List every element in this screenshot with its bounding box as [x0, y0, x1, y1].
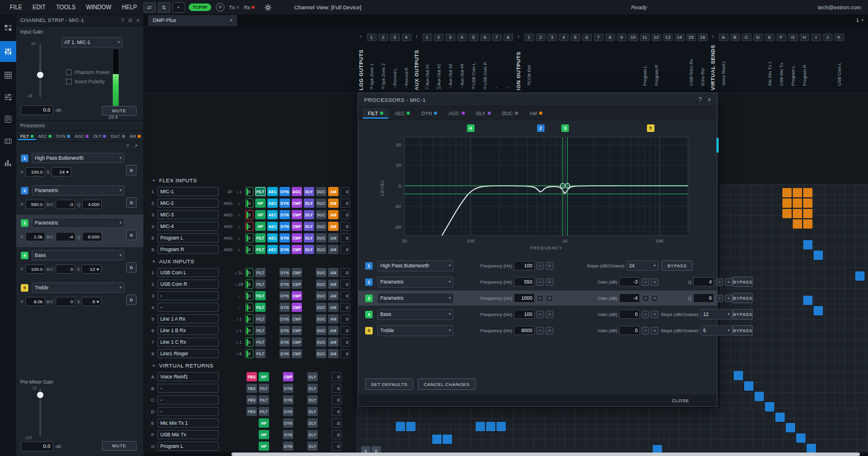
value-field[interactable]: 100: [514, 310, 535, 319]
processor-chip-am[interactable]: AM: [328, 222, 339, 231]
input-row[interactable]: B-FBSFILTDYNDLY0: [146, 383, 356, 394]
processor-chip-filt[interactable]: FILT: [259, 395, 269, 404]
eq-band-marker-4[interactable]: 4: [467, 124, 475, 132]
crosspoint-gain-value[interactable]: 0: [332, 395, 341, 404]
input-row[interactable]: 6Program RANG♪ 0FILTAECDYNCMPDLYDUCAM0: [146, 244, 356, 255]
processor-chip-duc[interactable]: DUC: [316, 314, 326, 323]
input-row[interactable]: 5Program LANG♪ 0FILTAECDYNCMPDLYDUCAM0: [146, 233, 356, 243]
crosspoint-gain-value[interactable]: 0: [332, 442, 341, 451]
channel-view-label[interactable]: Channel View: [Full Device]: [294, 4, 361, 10]
processor-chip-am[interactable]: AM: [328, 291, 339, 300]
crosspoint-gain-value[interactable]: 0: [340, 245, 350, 254]
output-column-button[interactable]: 4: [402, 34, 411, 41]
crosspoint-cell[interactable]: [793, 188, 802, 197]
processor-chip-dyn[interactable]: DYN: [283, 430, 293, 439]
filter-card[interactable]: 3Parametric▾F1.0kB/C-4Q6.000B: [16, 215, 144, 247]
processor-chip-filt[interactable]: FILT: [255, 291, 266, 300]
processor-chip-hp[interactable]: HP: [255, 222, 266, 231]
processor-chip-dyn[interactable]: DYN: [279, 326, 290, 335]
eq-band-marker-2[interactable]: 2: [537, 124, 545, 132]
crosspoint-cell[interactable]: [782, 198, 792, 208]
tab-aec[interactable]: AEC: [36, 133, 54, 140]
processor-chip-hp[interactable]: HP: [259, 430, 269, 439]
processor-filter-row[interactable]: 2Parametric▾Frequency (Hz)550−+Gain (dB)…: [358, 274, 717, 289]
processor-chip-am[interactable]: AM: [328, 314, 339, 323]
processor-chip-agc[interactable]: AGC: [292, 187, 302, 196]
filter-card[interactable]: 4Bass▾F100.0B/C0S12▾B: [16, 247, 144, 280]
processor-chip-duc[interactable]: DUC: [316, 233, 326, 242]
user-account[interactable]: tech@extron.com: [818, 4, 861, 10]
bypass-button[interactable]: BYPASS: [733, 277, 753, 287]
menu-tools[interactable]: TOOLS: [51, 2, 81, 12]
field-value[interactable]: 1.0k: [25, 232, 45, 241]
field-value[interactable]: 0: [56, 264, 75, 274]
processor-chip-filt[interactable]: FILT: [255, 187, 266, 196]
increment-button[interactable]: +: [651, 327, 659, 334]
input-gain-fader-track[interactable]: [39, 44, 41, 97]
processor-chip-aec[interactable]: AEC: [267, 210, 278, 219]
processor-chip-dly[interactable]: DLY: [304, 198, 314, 208]
filter-type-dropdown[interactable]: Treble▾: [32, 282, 124, 293]
output-column-button[interactable]: 2: [536, 34, 546, 41]
processor-chip-dly[interactable]: DLY: [307, 372, 318, 381]
processor-filter-row[interactable]: 5Treble▾Frequency (Hz)8000−+Gain (dB)0−+…: [358, 323, 717, 338]
processing-view-icon[interactable]: [0, 89, 16, 106]
crosspoint-cell[interactable]: [814, 306, 823, 315]
tab-filt[interactable]: FILT: [363, 108, 388, 119]
value-field[interactable]: 8000: [514, 326, 535, 335]
crosspoint-gain-value[interactable]: 0: [340, 303, 350, 312]
processor-chip-duc[interactable]: DUC: [316, 198, 326, 208]
tab-duc[interactable]: DUC: [497, 108, 523, 119]
slope-dropdown[interactable]: 6▾: [700, 325, 733, 336]
processor-chip-cmp[interactable]: CMP: [292, 280, 302, 289]
crosspoint-cell[interactable]: [803, 219, 812, 229]
crosspoint-cell[interactable]: [807, 444, 816, 453]
processor-chip-hp[interactable]: HP: [255, 210, 266, 219]
bypass-button[interactable]: BYPASS: [733, 309, 753, 319]
output-column-button[interactable]: 9: [617, 34, 627, 41]
field-value[interactable]: 6▾: [82, 297, 101, 306]
input-name-field[interactable]: -: [157, 407, 219, 416]
input-name-field[interactable]: Line 1 B Rx: [157, 326, 219, 335]
output-column-button[interactable]: D: [753, 34, 763, 41]
output-column-button[interactable]: 11: [640, 34, 650, 41]
premixer-gain-value[interactable]: 0.0: [21, 442, 53, 451]
processor-chip-dly[interactable]: DLY: [307, 418, 318, 428]
crosspoint-cell[interactable]: [734, 371, 743, 380]
bypass-button[interactable]: B: [126, 197, 137, 208]
increment-button[interactable]: +: [546, 295, 553, 302]
processor-chip-duc[interactable]: DUC: [316, 280, 326, 289]
input-row[interactable]: C-FBSFILTDYNDLY0: [146, 395, 356, 405]
tab-dly[interactable]: DLY: [91, 133, 108, 140]
connect-icon[interactable]: ⇄: [144, 2, 156, 13]
processor-chip-filt[interactable]: FILT: [255, 337, 266, 347]
processor-chip-dyn[interactable]: DYN: [279, 245, 290, 254]
processor-chip-aec[interactable]: AEC: [267, 198, 278, 208]
crosspoint-cell[interactable]: [855, 271, 865, 281]
crosspoint-gain-value[interactable]: 0: [340, 187, 350, 196]
processor-chip-cmp[interactable]: CMP: [292, 349, 302, 358]
collapse-group-icon[interactable]: ‹: [518, 34, 520, 41]
output-column-button[interactable]: A: [719, 34, 729, 41]
decrement-button[interactable]: −: [642, 327, 649, 334]
section-header[interactable]: ▴VIRTUAL RETURNS: [153, 361, 356, 370]
output-column-button[interactable]: H: [800, 34, 810, 41]
eq-band-marker-5[interactable]: 5: [647, 124, 654, 132]
output-column-button[interactable]: E: [765, 34, 775, 41]
input-name-field[interactable]: Program R: [157, 245, 219, 254]
input-row[interactable]: 1MIC-1AT♪ 10FILTAECDYNAGCDLYDUCAM0: [146, 186, 356, 197]
collapse-group-icon[interactable]: ‹: [361, 34, 362, 41]
input-row[interactable]: 2MIC-2ANG♪ 0HPAECDYNCMPDLYDUCAM0: [146, 198, 356, 208]
processor-chip-am[interactable]: AM: [328, 303, 339, 312]
set-defaults-button[interactable]: SET DEFAULTS: [365, 378, 413, 390]
input-name-field[interactable]: MIC-4: [157, 222, 219, 231]
processor-chip-filt[interactable]: FILT: [255, 303, 266, 312]
crosspoint-gain-value[interactable]: 0: [340, 210, 350, 219]
processor-chip-dyn[interactable]: DYN: [279, 349, 290, 358]
processor-chip-dyn[interactable]: DYN: [283, 418, 293, 428]
filter-type-dropdown[interactable]: High Pass Butterworth▾: [32, 153, 124, 163]
crosspoint-cell[interactable]: [793, 219, 802, 229]
processor-chip-hp[interactable]: HP: [259, 372, 269, 381]
increment-button[interactable]: +: [651, 311, 659, 318]
output-column-button[interactable]: 3: [390, 34, 400, 41]
